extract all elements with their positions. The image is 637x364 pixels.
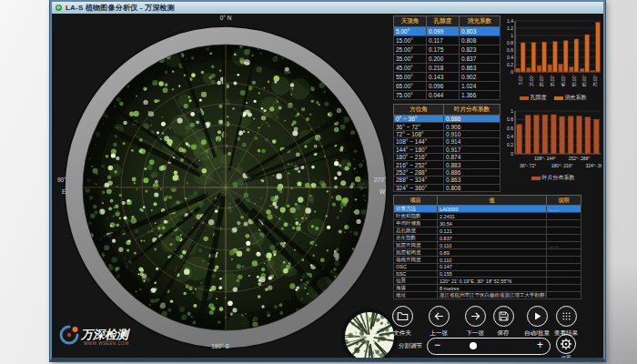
table-row[interactable]: 108° ~ 144°0.914 <box>394 138 500 146</box>
table-row[interactable]: 地址浙江省杭州市江干区白杨街道浙江理工大学勘察来源 <box>394 292 581 299</box>
table-cell: 0.147 <box>438 264 547 271</box>
table-cell: 288° ~ 324° <box>394 177 444 184</box>
table-row[interactable]: 72° ~ 108°0.910 <box>394 130 500 137</box>
table-row[interactable]: 144° ~ 180°0.917 <box>394 146 500 153</box>
table-cell <box>547 228 581 235</box>
table-cell: 252° ~ 288° <box>394 168 444 176</box>
table-row[interactable]: 180° ~ 216°0.874 <box>394 153 500 160</box>
table-row[interactable]: 海拔8 metres <box>394 285 581 292</box>
folder-button[interactable]: 文件夹 <box>382 306 422 338</box>
logo-tagline: WWW.WSEEN.COM <box>84 341 129 346</box>
settings-button[interactable] <box>556 334 576 354</box>
table-row[interactable]: OSC0.147 <box>394 264 581 271</box>
table-cell: 108° ~ 144° <box>394 138 444 146</box>
table-row[interactable]: 252° ~ 288°0.886 <box>394 168 500 176</box>
legend-label: 叶片分布系数 <box>542 174 575 182</box>
table-cell: 0.89 <box>438 249 547 257</box>
table-row[interactable]: 216° ~ 252°0.883 <box>394 161 500 168</box>
table-row[interactable]: 15.00°0.1170.808 <box>394 36 500 46</box>
azimuth-angle-table: 方位角叶片分布系数0° ~ 36°0.68636° ~ 72°0.90672° … <box>393 104 500 192</box>
column-header: 孔隙度 <box>427 16 460 27</box>
table-cell: 0.906 <box>444 123 500 130</box>
table-cell: …… <box>547 206 581 213</box>
table-cell: 0.863 <box>444 177 500 184</box>
table-cell: LAI2000 <box>438 206 547 213</box>
table-cell: 2.2431 <box>438 213 547 220</box>
table-cell: 叶面积指数 <box>394 213 438 220</box>
table-row[interactable]: 5.00°0.0990.803 <box>394 27 500 36</box>
arrow-left-icon <box>433 310 445 322</box>
window-title: LA-S 植物图像分析仪 - 万深检测 <box>66 3 175 13</box>
column-header: 天顶角 <box>394 16 427 27</box>
table-cell: 总孔隙度 <box>394 228 438 235</box>
table-cell: 0.099 <box>427 27 460 36</box>
table-row[interactable]: 计算方法LAI2000…… <box>394 206 581 213</box>
svg-text:108°- 144°: 108°- 144° <box>534 156 556 161</box>
table-row[interactable]: SSC0.155 <box>394 270 581 278</box>
view-results-button[interactable]: 查看结果 <box>546 306 586 338</box>
table-cell: 0.686 <box>444 116 500 123</box>
table-cell: 324° ~ 360° <box>394 184 444 191</box>
slider-handle[interactable] <box>470 342 477 349</box>
table-cell: 1.366 <box>460 91 500 100</box>
legend-item: 孔隙度 <box>520 94 547 102</box>
fisheye-canopy-image <box>54 14 401 358</box>
table-cell: 15.00° <box>394 36 427 46</box>
table-cell <box>547 264 581 271</box>
table-cell: 0.143 <box>427 73 460 82</box>
table-cell <box>547 292 581 299</box>
arrow-right-icon <box>470 310 481 322</box>
legend-label: 孔隙度 <box>531 94 547 102</box>
svg-text:0.2: 0.2 <box>507 62 513 67</box>
table-row[interactable]: 324° ~ 360°0.808 <box>394 184 500 191</box>
slider-decrease-button[interactable]: − <box>434 339 440 353</box>
table-row[interactable]: 75.00°0.0441.366 <box>394 91 500 100</box>
compass-north-label: 0° N <box>206 15 246 21</box>
table-cell: 25.00° <box>394 46 427 55</box>
table-row[interactable]: 65.00°0.0961.024 <box>394 82 500 91</box>
compass-right-degrees: 270° <box>374 177 386 183</box>
table-row[interactable]: 0° ~ 36°0.686 <box>394 116 500 123</box>
svg-text:0.8: 0.8 <box>507 116 513 122</box>
table-row[interactable]: 45.00°0.2180.863 <box>394 64 500 73</box>
table-cell: 1.024 <box>460 82 500 91</box>
table-cell <box>547 213 581 220</box>
table-cell <box>547 220 581 228</box>
table-row[interactable]: 总孔隙度0.121 <box>394 228 581 235</box>
table-cell: OSC <box>394 264 438 271</box>
table-row[interactable]: 冠层郁闭度0.89 <box>394 249 581 257</box>
svg-text:15.00°: 15.00° <box>530 75 534 86</box>
table-row[interactable]: 55.00°0.1430.902 <box>394 73 500 82</box>
svg-text:252°- 288°: 252°- 288° <box>569 156 591 161</box>
table-row[interactable]: 35.00°0.2000.837 <box>394 55 500 64</box>
table-row[interactable]: 场地开阔度0.110 <box>394 257 581 264</box>
svg-text:45.00°: 45.00° <box>561 75 566 86</box>
table-cell: …… <box>547 242 581 249</box>
table-row[interactable]: 25.00°0.1750.823 <box>394 46 500 55</box>
slider-increase-button[interactable]: + <box>537 339 543 353</box>
table-cell: 0.044 <box>427 91 460 100</box>
legend-swatch <box>531 177 541 180</box>
table-row[interactable]: 288° ~ 324°0.863 <box>394 177 500 184</box>
table-row[interactable]: 丛生指数0.837 <box>394 235 581 242</box>
table-cell: 0° ~ 36° <box>394 116 444 123</box>
table-row[interactable]: 平均叶倾角30.54 <box>394 220 581 228</box>
previous-image-button[interactable]: 上一张 <box>419 306 459 338</box>
table-row[interactable]: 位置120° 21' 0.19"E, 30° 18' 52.55"N <box>394 278 581 285</box>
play-icon <box>531 310 543 322</box>
main-content: 0° N 90° E 270° W 180° S 天顶角孔隙度消光系数5.00°… <box>54 14 602 358</box>
table-cell: 30.54 <box>438 220 547 228</box>
table-cell: 0.837 <box>460 55 500 64</box>
table-cell <box>547 278 581 285</box>
table-cell: 216° ~ 252° <box>394 161 444 168</box>
table-row[interactable]: 36° ~ 72°0.906 <box>394 123 500 130</box>
table-cell: 0.808 <box>444 184 500 191</box>
results-grid-icon <box>561 310 572 322</box>
table-cell: 场地开阔度 <box>394 257 438 264</box>
table-cell: 0.110 <box>438 242 547 249</box>
segmentation-slider[interactable]: − + <box>427 338 551 355</box>
parameters-table: 项目值说明计算方法LAI2000……叶面积指数2.2431平均叶倾角30.54总… <box>393 195 581 299</box>
svg-text:0.2: 0.2 <box>507 142 513 147</box>
table-row[interactable]: 冠层开阔度0.110…… <box>394 242 581 249</box>
table-row[interactable]: 叶面积指数2.2431 <box>394 213 581 220</box>
